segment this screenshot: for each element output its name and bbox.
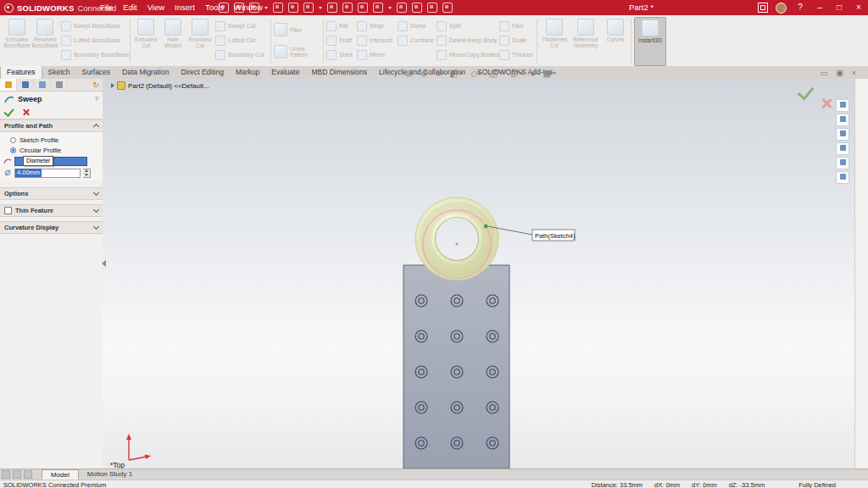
tab-data-migration[interactable]: Data Migration xyxy=(116,66,175,79)
tab-direct-editing[interactable]: Direct Editing xyxy=(175,66,230,79)
scale-button[interactable]: Scale xyxy=(499,33,533,47)
task-pane-icon[interactable] xyxy=(836,128,849,141)
task-pane-icon[interactable] xyxy=(836,171,849,184)
split-button[interactable]: Split xyxy=(437,19,499,33)
help-button[interactable]: ? xyxy=(794,0,806,15)
linear-pattern-button[interactable]: Linear Pattern xyxy=(274,41,320,63)
tab-sketch[interactable]: Sketch xyxy=(42,66,76,79)
diameter-input[interactable]: 4.00mm xyxy=(14,169,81,178)
dropdown-caret-icon[interactable] xyxy=(319,7,322,9)
instant3d-button[interactable]: Instant3D xyxy=(634,17,666,66)
dome-button[interactable]: Dome xyxy=(398,19,434,33)
ok-button[interactable] xyxy=(3,106,14,117)
edit-appearance-icon[interactable]: ● xyxy=(531,69,536,78)
menu-view[interactable]: View xyxy=(142,0,170,15)
lofted-boss-base-button[interactable]: Lofted Boss/Base xyxy=(61,33,129,47)
save-icon[interactable] xyxy=(249,3,259,13)
splitter-icon[interactable] xyxy=(13,470,21,479)
section-options[interactable]: Options xyxy=(0,187,103,200)
task-pane-icon[interactable] xyxy=(836,157,849,169)
minimize-button[interactable]: – xyxy=(814,0,826,15)
measure-icon[interactable] xyxy=(412,3,422,13)
apps-grid-icon[interactable] xyxy=(758,3,768,13)
extruded-boss-base-button[interactable]: Extruded Boss/Base xyxy=(3,17,31,64)
spin-up-icon[interactable] xyxy=(85,169,88,172)
feature-manager-tab[interactable] xyxy=(17,79,34,91)
display-manager-tab[interactable] xyxy=(51,79,68,91)
section-thin-feature[interactable]: Thin Feature xyxy=(0,204,103,217)
section-curvature-display[interactable]: Curvature Display xyxy=(0,221,103,234)
dropdown-caret-icon[interactable] xyxy=(388,7,392,9)
new-document-icon[interactable] xyxy=(219,3,229,13)
circular-profile-radio[interactable]: Circular Profile xyxy=(0,145,103,155)
shell-button[interactable]: Shell xyxy=(326,47,353,62)
intersect-button[interactable]: Intersect xyxy=(357,33,392,47)
confirmation-corner-cancel[interactable] xyxy=(821,97,832,109)
previous-view-icon[interactable]: ↺ xyxy=(435,69,442,78)
compass-icon[interactable] xyxy=(836,99,849,112)
delete-keep-body-button[interactable]: Delete/Keep Body xyxy=(437,33,499,47)
appearance-icon[interactable] xyxy=(442,3,453,13)
spin-down-icon[interactable] xyxy=(85,174,88,176)
tab-mbd-dimensions[interactable]: MBD Dimensions xyxy=(305,66,373,79)
rebuild-icon[interactable] xyxy=(342,3,353,13)
menu-file[interactable]: File xyxy=(95,0,118,15)
move-copy-bodies-button[interactable]: Move/Copy Bodies xyxy=(437,47,499,62)
combine-button[interactable]: Combine xyxy=(398,33,434,47)
cancel-button[interactable] xyxy=(22,108,30,116)
graphics-viewport[interactable]: Part2 (Default) <<Default... xyxy=(103,79,854,469)
revolved-boss-base-button[interactable]: Revolved Boss/Base xyxy=(31,17,58,64)
open-icon[interactable] xyxy=(234,3,244,13)
task-pane-icon[interactable] xyxy=(836,114,849,126)
section-profile-and-path[interactable]: Profile and Path xyxy=(0,119,103,132)
thicken-button[interactable]: Thicken xyxy=(499,47,533,62)
tab-motion-study-1[interactable]: Motion Study 1 xyxy=(79,469,141,480)
view-orientation-icon[interactable]: ◇ xyxy=(470,69,482,78)
extruded-cut-button[interactable]: Extruded Cut xyxy=(133,17,159,64)
fillet-button[interactable]: Fillet xyxy=(274,19,320,41)
section-view-icon[interactable]: ◧ xyxy=(449,69,462,78)
rib-button[interactable]: Rib xyxy=(326,19,353,33)
hide-show-items-icon[interactable]: ◎ xyxy=(510,69,523,78)
options-icon[interactable] xyxy=(373,3,383,13)
boundary-cut-button[interactable]: Boundary Cut xyxy=(215,47,264,62)
splitter-icon[interactable] xyxy=(24,470,32,479)
reference-geometry-button[interactable]: Reference Geometry xyxy=(570,17,601,64)
menu-edit[interactable]: Edit xyxy=(118,0,142,15)
configuration-manager-tab[interactable] xyxy=(34,79,51,91)
panel-collapse-arrow[interactable] xyxy=(102,260,106,267)
redo-icon[interactable] xyxy=(303,3,314,13)
tab-evaluate[interactable]: Evaluate xyxy=(265,66,305,79)
apply-scene-icon[interactable]: ▦ xyxy=(543,69,556,78)
mirror-button[interactable]: Mirror xyxy=(357,47,392,62)
select-icon[interactable] xyxy=(327,3,337,13)
boundary-boss-base-button[interactable]: Boundary Boss/Base xyxy=(61,47,129,62)
help-icon[interactable]: ? xyxy=(95,95,98,103)
swept-boss-base-button[interactable]: Swept Boss/Base xyxy=(61,19,129,33)
maximize-button[interactable]: □ xyxy=(833,0,845,15)
display-pane-icon[interactable]: ▭ xyxy=(821,69,828,77)
flex-button[interactable]: Flex xyxy=(499,19,533,33)
menu-insert[interactable]: Insert xyxy=(170,0,200,15)
close-pane-icon[interactable]: × xyxy=(852,69,856,77)
splitter-icon[interactable] xyxy=(2,470,10,479)
close-button[interactable]: × xyxy=(853,0,865,15)
tab-features[interactable]: Features xyxy=(0,66,42,79)
property-manager-tab[interactable] xyxy=(0,79,17,91)
task-pane-icon[interactable] xyxy=(836,142,849,155)
thickened-cut-button[interactable]: Thickened Cut xyxy=(540,17,569,64)
undo-icon[interactable] xyxy=(288,3,298,13)
draft-button[interactable]: Draft xyxy=(326,33,353,47)
wrap-button[interactable]: Wrap xyxy=(357,19,392,33)
plate-body[interactable] xyxy=(403,265,509,469)
task-pane-strip[interactable] xyxy=(854,79,868,469)
print-icon[interactable] xyxy=(273,3,283,13)
hole-wizard-button[interactable]: Hole Wizard xyxy=(160,17,186,64)
thin-feature-checkbox[interactable] xyxy=(4,207,12,214)
revolved-cut-button[interactable]: Revolved Cut xyxy=(187,17,213,64)
curves-button[interactable]: Curves xyxy=(603,17,628,64)
lofted-cut-button[interactable]: Lofted Cut xyxy=(215,33,264,47)
dropdown-caret-icon[interactable] xyxy=(264,7,268,9)
refresh-icon[interactable]: ↻ xyxy=(92,79,99,91)
pin-pane-icon[interactable]: ▣ xyxy=(836,69,843,77)
